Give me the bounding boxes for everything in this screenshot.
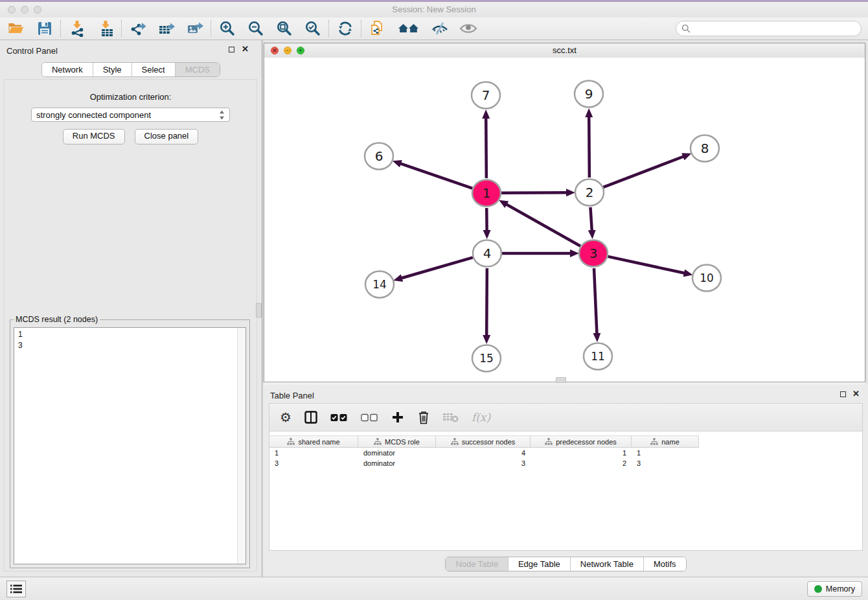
task-history-button[interactable] — [6, 581, 26, 597]
svg-text:11: 11 — [591, 350, 605, 363]
horizontal-splitter-handle[interactable] — [556, 377, 566, 383]
table-panel: Table Panel ✕ ⚙ f(x) shared — [264, 385, 868, 577]
run-mcds-button[interactable]: Run MCDS — [63, 129, 125, 144]
graph-edge-1-2[interactable] — [501, 192, 567, 193]
select-all-checkboxes-icon[interactable] — [330, 413, 348, 422]
network-canvas[interactable]: 7968124314101511 — [264, 58, 865, 382]
float-table-panel-icon[interactable] — [840, 391, 846, 397]
graph-node-14[interactable]: 14 — [365, 271, 394, 298]
refresh-network-icon[interactable] — [336, 19, 355, 38]
zoom-out-icon[interactable] — [246, 19, 266, 38]
table-cell[interactable]: 3 — [269, 458, 358, 468]
show-all-icon[interactable] — [459, 19, 478, 38]
graph-edge-2-3[interactable] — [590, 207, 591, 231]
graph-edge-4-15[interactable] — [486, 268, 487, 336]
export-table-icon[interactable] — [157, 19, 176, 38]
columns-icon[interactable] — [304, 411, 317, 424]
graph-edge-1-6[interactable] — [400, 163, 472, 188]
graph-edge-3-11[interactable] — [594, 268, 597, 334]
mcds-result-lines: 13 — [14, 328, 246, 352]
import-table-icon[interactable] — [96, 19, 115, 38]
status-bar: Memory — [0, 577, 868, 600]
column-header-shared-name[interactable]: shared name — [269, 435, 358, 448]
zoom-selected-icon[interactable] — [303, 19, 323, 38]
add-row-icon[interactable] — [391, 411, 404, 424]
graph-node-6[interactable]: 6 — [365, 143, 393, 170]
close-panel-icon[interactable]: ✕ — [242, 44, 249, 54]
column-header-predecessor-nodes[interactable]: predecessor nodes — [531, 435, 632, 448]
graph-edge-4-14[interactable] — [402, 257, 473, 278]
table-row[interactable]: 1dominator411 — [269, 448, 862, 458]
svg-text:6: 6 — [375, 148, 383, 164]
float-panel-icon[interactable] — [229, 47, 234, 52]
table-cell[interactable]: 4 — [436, 448, 531, 458]
table-cell[interactable]: 1 — [632, 448, 699, 458]
graph-node-1[interactable]: 1 — [472, 180, 501, 207]
search-input[interactable] — [694, 23, 856, 34]
gear-icon[interactable]: ⚙ — [280, 411, 291, 424]
save-session-icon[interactable] — [35, 19, 54, 38]
vertical-splitter-handle[interactable] — [256, 303, 262, 317]
graph-node-9[interactable]: 9 — [575, 81, 603, 108]
table-cell[interactable]: 2 — [531, 458, 632, 468]
graph-node-4[interactable]: 4 — [473, 240, 501, 267]
toolbar-separator — [211, 20, 212, 37]
graph-edge-3-10[interactable] — [608, 257, 684, 273]
hide-selection-icon[interactable] — [430, 19, 450, 38]
table-cell[interactable]: 1 — [531, 448, 632, 458]
open-session-icon[interactable] — [6, 19, 26, 38]
graph-edge-2-9[interactable] — [589, 117, 589, 178]
tab-style[interactable]: Style — [93, 63, 131, 76]
memory-button[interactable]: Memory — [807, 581, 862, 597]
export-network-icon[interactable] — [128, 19, 148, 38]
graph-node-3[interactable]: 3 — [579, 240, 608, 267]
function-builder-icon: f(x) — [472, 411, 490, 424]
zoom-fit-icon[interactable] — [275, 19, 294, 38]
table-cell[interactable]: dominator — [358, 458, 436, 468]
graph-edge-2-8[interactable] — [603, 156, 683, 187]
tab-node-table[interactable]: Node Table — [446, 557, 508, 571]
graph-node-2[interactable]: 2 — [575, 179, 604, 206]
import-network-icon[interactable] — [67, 19, 87, 38]
network-canvas-container: 7968124314101511 — [264, 58, 865, 382]
zoom-in-icon[interactable] — [218, 19, 237, 38]
table-row[interactable]: 3dominator323 — [269, 458, 862, 468]
toolbar-separator — [328, 20, 330, 37]
column-header-successor-nodes[interactable]: successor nodes — [436, 435, 531, 448]
table-cell[interactable]: 3 — [632, 458, 699, 468]
graph-edge-1-7[interactable] — [486, 118, 486, 178]
table-cell[interactable]: dominator — [358, 448, 436, 458]
first-neighbors-icon[interactable] — [396, 19, 421, 38]
tab-network-table[interactable]: Network Table — [570, 557, 643, 571]
result-scrollbar[interactable] — [237, 328, 246, 564]
deselect-all-checkboxes-icon[interactable] — [361, 413, 378, 422]
export-image-icon[interactable] — [185, 19, 205, 38]
table-header-row: shared nameMCDS rolesuccessor nodesprede… — [269, 435, 862, 448]
delete-row-icon[interactable] — [417, 410, 430, 424]
tab-mcds[interactable]: MCDS — [175, 63, 220, 76]
tab-motifs[interactable]: Motifs — [643, 557, 686, 571]
tab-edge-table[interactable]: Edge Table — [508, 557, 570, 571]
dropdown-stepper-icon — [219, 110, 225, 120]
optimization-criterion-label: Optimization criterion: — [5, 92, 257, 102]
graph-node-7[interactable]: 7 — [472, 82, 500, 109]
graph-node-15[interactable]: 15 — [472, 345, 501, 372]
new-network-from-selection-icon[interactable] — [368, 19, 387, 38]
column-header-MCDS-role[interactable]: MCDS role — [358, 435, 436, 448]
close-panel-button[interactable]: Close panel — [135, 129, 199, 144]
graph-node-8[interactable]: 8 — [691, 135, 719, 162]
mcds-result-box: 13 — [14, 327, 246, 564]
tab-select[interactable]: Select — [131, 63, 175, 76]
criterion-dropdown[interactable]: strongly connected component — [31, 108, 230, 122]
search-box[interactable] — [676, 21, 862, 36]
graph-node-10[interactable]: 10 — [692, 265, 721, 292]
close-table-panel-icon[interactable]: ✕ — [852, 389, 860, 398]
tab-network[interactable]: Network — [42, 63, 93, 76]
network-window-titlebar[interactable]: ✕ − + scc.txt — [264, 43, 865, 58]
column-header-name[interactable]: name — [632, 435, 699, 448]
criterion-value: strongly connected component — [36, 110, 151, 120]
table-cell[interactable]: 1 — [269, 448, 358, 458]
graph-edge-3-1[interactable] — [506, 204, 580, 246]
graph-node-11[interactable]: 11 — [584, 343, 612, 370]
table-cell[interactable]: 3 — [436, 458, 531, 468]
